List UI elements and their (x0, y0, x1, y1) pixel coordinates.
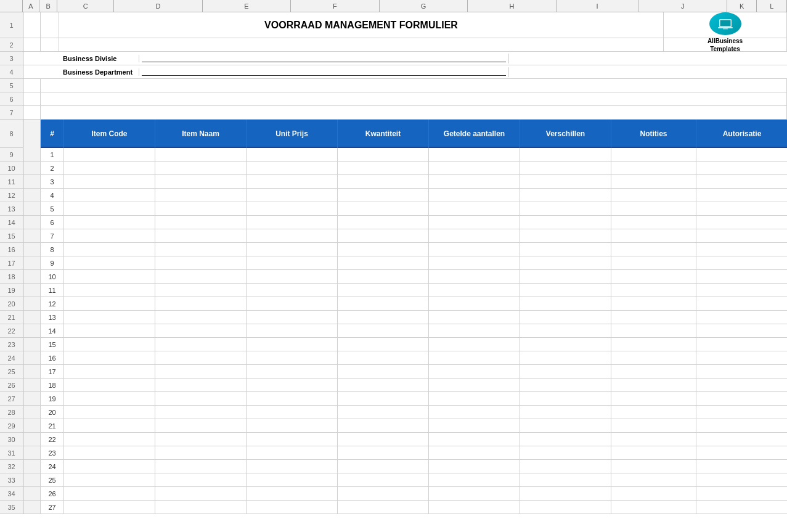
cell-item-code-25[interactable] (64, 473, 155, 486)
cell-kwantiteit-2[interactable] (338, 162, 429, 174)
cell-notities-16[interactable] (611, 351, 696, 364)
cell-unit-prijs-26[interactable] (247, 487, 338, 500)
cell-verschillen-19[interactable] (520, 392, 611, 405)
cell-notities-9[interactable] (611, 256, 696, 269)
cell-item-naam-24[interactable] (155, 460, 247, 473)
cell-num-13[interactable]: 13 (41, 311, 64, 324)
cell-getelde-13[interactable] (429, 311, 520, 324)
cell-item-naam-21[interactable] (155, 419, 247, 432)
cell-unit-prijs-5[interactable] (247, 202, 338, 215)
cell-item-naam-16[interactable] (155, 351, 247, 364)
cell-num-22[interactable]: 22 (41, 433, 64, 446)
cell-item-naam-17[interactable] (155, 365, 247, 378)
cell-autorisatie-5[interactable] (696, 202, 787, 215)
cell-kwantiteit-4[interactable] (338, 189, 429, 202)
cell-num-5[interactable]: 5 (41, 202, 64, 215)
cell-getelde-24[interactable] (429, 460, 520, 473)
cell-unit-prijs-27[interactable] (247, 501, 338, 514)
cell-notities-17[interactable] (611, 365, 696, 378)
cell-getelde-3[interactable] (429, 175, 520, 188)
cell-kwantiteit-15[interactable] (338, 338, 429, 351)
cell-verschillen-12[interactable] (520, 297, 611, 310)
cell-notities-21[interactable] (611, 419, 696, 432)
cell-verschillen-13[interactable] (520, 311, 611, 324)
cell-getelde-11[interactable] (429, 284, 520, 297)
cell-kwantiteit-1[interactable] (338, 148, 429, 161)
cell-notities-26[interactable] (611, 487, 696, 500)
cell-notities-22[interactable] (611, 433, 696, 446)
cell-unit-prijs-8[interactable] (247, 243, 338, 256)
cell-verschillen-27[interactable] (520, 501, 611, 514)
cell-getelde-22[interactable] (429, 433, 520, 446)
cell-kwantiteit-20[interactable] (338, 406, 429, 419)
cell-notities-7[interactable] (611, 229, 696, 242)
cell-getelde-23[interactable] (429, 446, 520, 459)
cell-getelde-26[interactable] (429, 487, 520, 500)
cell-item-naam-15[interactable] (155, 338, 247, 351)
cell-unit-prijs-22[interactable] (247, 433, 338, 446)
cell-getelde-5[interactable] (429, 202, 520, 215)
cell-num-18[interactable]: 18 (41, 379, 64, 391)
cell-item-naam-10[interactable] (155, 270, 247, 283)
cell-item-code-4[interactable] (64, 189, 155, 202)
cell-getelde-14[interactable] (429, 324, 520, 337)
cell-dept-field[interactable] (139, 67, 509, 77)
cell-item-code-17[interactable] (64, 365, 155, 378)
cell-autorisatie-14[interactable] (696, 324, 787, 337)
cell-divisie-field[interactable] (139, 54, 509, 63)
cell-verschillen-22[interactable] (520, 433, 611, 446)
cell-num-6[interactable]: 6 (41, 216, 64, 229)
cell-item-code-3[interactable] (64, 175, 155, 188)
cell-kwantiteit-21[interactable] (338, 419, 429, 432)
cell-item-naam-23[interactable] (155, 446, 247, 459)
cell-item-naam-13[interactable] (155, 311, 247, 324)
cell-notities-23[interactable] (611, 446, 696, 459)
cell-getelde-6[interactable] (429, 216, 520, 229)
cell-item-naam-12[interactable] (155, 297, 247, 310)
cell-num-23[interactable]: 23 (41, 446, 64, 459)
cell-unit-prijs-7[interactable] (247, 229, 338, 242)
cell-unit-prijs-3[interactable] (247, 175, 338, 188)
cell-kwantiteit-7[interactable] (338, 229, 429, 242)
cell-unit-prijs-25[interactable] (247, 473, 338, 486)
cell-item-naam-22[interactable] (155, 433, 247, 446)
cell-kwantiteit-10[interactable] (338, 270, 429, 283)
cell-getelde-8[interactable] (429, 243, 520, 256)
cell-item-naam-4[interactable] (155, 189, 247, 202)
cell-num-2[interactable]: 2 (41, 162, 64, 174)
cell-unit-prijs-19[interactable] (247, 392, 338, 405)
cell-unit-prijs-14[interactable] (247, 324, 338, 337)
cell-kwantiteit-16[interactable] (338, 351, 429, 364)
cell-autorisatie-1[interactable] (696, 148, 787, 161)
cell-item-code-8[interactable] (64, 243, 155, 256)
cell-verschillen-8[interactable] (520, 243, 611, 256)
cell-item-naam-18[interactable] (155, 379, 247, 391)
cell-unit-prijs-11[interactable] (247, 284, 338, 297)
cell-item-naam-3[interactable] (155, 175, 247, 188)
cell-num-19[interactable]: 19 (41, 392, 64, 405)
cell-getelde-10[interactable] (429, 270, 520, 283)
cell-kwantiteit-13[interactable] (338, 311, 429, 324)
cell-autorisatie-3[interactable] (696, 175, 787, 188)
cell-autorisatie-20[interactable] (696, 406, 787, 419)
cell-autorisatie-18[interactable] (696, 379, 787, 391)
cell-item-naam-6[interactable] (155, 216, 247, 229)
cell-item-naam-9[interactable] (155, 256, 247, 269)
cell-kwantiteit-11[interactable] (338, 284, 429, 297)
cell-notities-14[interactable] (611, 324, 696, 337)
cell-autorisatie-10[interactable] (696, 270, 787, 283)
cell-item-naam-7[interactable] (155, 229, 247, 242)
cell-item-code-15[interactable] (64, 338, 155, 351)
cell-unit-prijs-24[interactable] (247, 460, 338, 473)
cell-getelde-9[interactable] (429, 256, 520, 269)
cell-kwantiteit-12[interactable] (338, 297, 429, 310)
cell-autorisatie-22[interactable] (696, 433, 787, 446)
cell-num-27[interactable]: 27 (41, 501, 64, 514)
cell-item-code-11[interactable] (64, 284, 155, 297)
cell-num-11[interactable]: 11 (41, 284, 64, 297)
cell-notities-8[interactable] (611, 243, 696, 256)
cell-unit-prijs-10[interactable] (247, 270, 338, 283)
cell-autorisatie-21[interactable] (696, 419, 787, 432)
cell-item-code-26[interactable] (64, 487, 155, 500)
cell-num-4[interactable]: 4 (41, 189, 64, 202)
